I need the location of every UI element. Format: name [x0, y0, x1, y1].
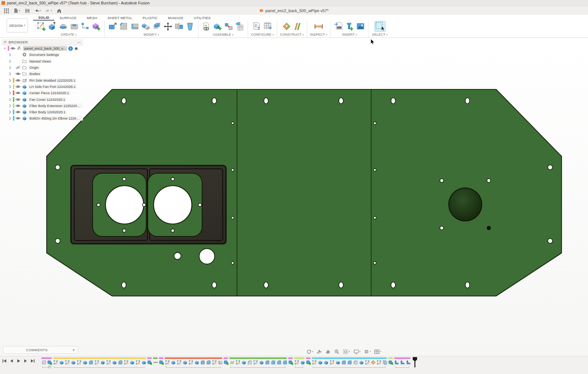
timeline-feature-sketch[interactable] [94, 360, 99, 365]
timeline-feature-fillet[interactable] [88, 360, 93, 365]
fillet-tool[interactable] [119, 21, 129, 32]
extrude-tool[interactable] [47, 21, 57, 32]
timeline-feature-sketch[interactable] [53, 360, 58, 365]
config-table-tool[interactable] [263, 21, 273, 32]
browser-item-label[interactable]: Named Views [28, 59, 52, 64]
measure-tool[interactable] [313, 21, 324, 32]
create-form-tool[interactable] [91, 21, 101, 32]
timeline-feature-fillet[interactable] [282, 360, 287, 365]
timeline-feature-sketch[interactable] [212, 360, 217, 365]
workspace-selector[interactable]: DESIGN ▾ [7, 18, 28, 32]
orbit-button[interactable]: ▾ [306, 349, 313, 355]
save-button[interactable] [23, 7, 31, 14]
timeline-feature-sketch[interactable] [188, 360, 193, 365]
group-label[interactable]: INSPECT ▾ [310, 33, 327, 36]
timeline-step-forward-button[interactable] [23, 359, 28, 363]
visibility-eye-icon[interactable] [15, 78, 21, 82]
browser-item-bolton-45deg-2in-elbow-1226202[interactable]: ❯BoltOn 45Deg 2in Elbow 1226202... [7, 115, 83, 121]
visibility-eye-icon[interactable] [15, 116, 21, 120]
align-tool[interactable] [174, 21, 184, 32]
chevron-right-icon[interactable]: ❯ [8, 53, 12, 56]
timeline-feature-sketch[interactable] [312, 360, 317, 365]
timeline-feature-sketch[interactable] [76, 360, 82, 365]
configuration-tool[interactable] [252, 21, 262, 32]
timeline-feature-extrude[interactable] [100, 360, 105, 365]
group-label[interactable]: CONSTRUCT ▾ [280, 33, 304, 36]
browser-item-named-views[interactable]: ❯Named Views [7, 58, 83, 64]
browser-item-filter-body-extension-12252202[interactable]: ❯Filter Body Extension 122522025:... [7, 103, 83, 109]
midplane-tool[interactable] [282, 21, 292, 32]
select-tool[interactable] [375, 21, 385, 32]
chevron-right-icon[interactable]: ❯ [8, 104, 12, 107]
timeline-feature-component[interactable] [388, 360, 393, 365]
timeline-feature-sketch[interactable] [376, 360, 381, 365]
timeline-feature-sketch[interactable] [176, 360, 182, 365]
timeline-feature-fillet[interactable] [265, 360, 270, 365]
press-pull-tool[interactable] [108, 21, 118, 32]
timeline-feature-extrude[interactable] [300, 360, 305, 365]
chevron-right-icon[interactable]: ❯ [8, 98, 12, 101]
grid-and-snaps-button[interactable]: ▾ [364, 349, 371, 355]
activate-component-icon[interactable]: ◉ [75, 46, 78, 51]
tab-surface[interactable]: SURFACE [54, 15, 82, 20]
timeline-feature-sketch[interactable] [294, 360, 299, 365]
timeline-feature-extrude[interactable] [182, 360, 187, 365]
tab-utilities[interactable]: UTILITIES [189, 15, 216, 20]
timeline-feature-extrude[interactable] [71, 360, 76, 365]
browser-item-label[interactable]: Fan Cover 12242025:1 [28, 97, 67, 102]
browser-item-origin[interactable]: ❯Origin [7, 64, 83, 71]
timeline-feature-extrude[interactable] [141, 360, 146, 365]
timeline-feature-joint[interactable] [394, 360, 399, 365]
canvas-tool[interactable] [355, 21, 366, 32]
browser-item-label[interactable]: RH Side Modded 12232025:1 [28, 78, 77, 83]
browser-collapse-icon[interactable]: ⇄ [4, 40, 7, 44]
timeline-feature-pattern[interactable] [153, 360, 158, 365]
timeline-feature-sketch[interactable] [165, 360, 170, 365]
timeline-feature-plane[interactable] [229, 360, 234, 365]
model-viewport[interactable] [0, 38, 588, 356]
browser-item-filter-body-12262025-1[interactable]: ❯Filter Body 12262025:1 [7, 109, 83, 115]
hole-tool[interactable] [69, 21, 79, 32]
timeline-feature-fillet[interactable] [270, 360, 276, 365]
create-sketch-tool[interactable] [36, 21, 46, 32]
timeline-feature-fillet[interactable] [276, 360, 282, 365]
browser-item-bodies[interactable]: ❯Bodies [7, 71, 83, 77]
visibility-eye-off-icon[interactable] [15, 65, 21, 70]
timeline-feature-extrude[interactable] [323, 360, 329, 365]
insert-derive-tool[interactable] [201, 21, 212, 32]
timeline-feature-joint[interactable] [400, 360, 405, 365]
offset-face-tool[interactable] [152, 21, 162, 32]
fit-button[interactable]: ▾ [343, 349, 350, 355]
timeline-feature-sketch[interactable] [123, 360, 129, 365]
timeline-feature-fillet[interactable] [118, 360, 123, 365]
browser-item-document-settings[interactable]: ❯Document Settings [7, 51, 83, 58]
visibility-eye-icon[interactable] [15, 97, 21, 101]
timeline-feature-extrude[interactable] [359, 360, 364, 365]
add-comment-button[interactable]: + [72, 348, 75, 353]
group-label[interactable]: ASSEMBLE ▾ [213, 33, 234, 36]
chevron-right-icon[interactable]: ❯ [8, 117, 12, 120]
tab-manage[interactable]: MANAGE [163, 15, 189, 20]
tab-plastic[interactable]: PLASTIC [137, 15, 163, 20]
tab-sheet-metal[interactable]: SHEET METAL [103, 15, 137, 20]
chevron-right-icon[interactable]: ❯ [8, 66, 12, 69]
timeline-go-to-end-button[interactable] [30, 359, 35, 363]
visibility-eye-icon[interactable] [10, 46, 15, 50]
timeline-feature-fillet[interactable] [200, 360, 205, 365]
timeline-feature-shell[interactable] [218, 360, 223, 365]
browser-item-label[interactable]: Origin [28, 65, 40, 70]
timeline-feature-sketch[interactable] [235, 360, 240, 365]
insert-fastener-tool[interactable] [344, 21, 355, 32]
tab-mesh[interactable]: MESH [82, 15, 102, 20]
timeline-feature-sketch[interactable] [106, 360, 111, 365]
joint-tool[interactable] [223, 21, 234, 32]
chevron-right-icon[interactable]: ❯ [8, 85, 12, 88]
browser-item-label[interactable]: BoltOn 45Deg 2in Elbow 1226202... [28, 116, 83, 121]
timeline-feature-axis[interactable] [370, 360, 376, 365]
timeline-feature-extrude[interactable] [171, 360, 176, 365]
browser-item-center-piece-12242025-1[interactable]: ❯Center Piece 12242025:1 [7, 90, 83, 96]
design-canvas[interactable]: ⇄ BROWSER — ▾panel_enc2_back_500_v...S◉❯… [0, 38, 588, 356]
chevron-right-icon[interactable]: ❯ [8, 60, 12, 63]
home-button[interactable] [55, 7, 63, 14]
chevron-right-icon[interactable]: ❯ [8, 91, 12, 95]
